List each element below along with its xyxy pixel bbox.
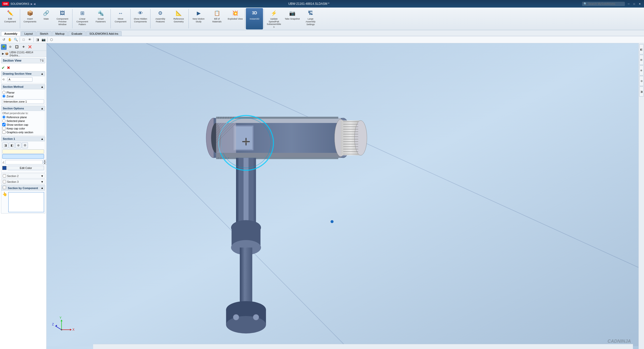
pan-view-btn[interactable]: ✋	[7, 37, 13, 42]
edit-color-button[interactable]: Edit Color	[8, 166, 44, 170]
section-view-btn[interactable]: ◨	[35, 37, 40, 42]
rp-btn-4[interactable]: ⚙	[639, 76, 644, 86]
component-listbox[interactable]	[8, 192, 44, 212]
graphics-only-checkbox[interactable]	[2, 130, 6, 134]
tab-layout[interactable]: Layout	[21, 31, 36, 36]
display-style-btn[interactable]: □	[21, 37, 26, 42]
section-view-title-bar: Section View ? ℹ	[1, 58, 45, 63]
s1-front-btn[interactable]: ◨	[2, 142, 8, 148]
tab-markup[interactable]: Markup	[52, 31, 68, 36]
instant3d-tool[interactable]: 3D Instant3D	[246, 8, 263, 29]
close-button[interactable]: ✕	[637, 2, 642, 6]
component-preview-window-tool[interactable]: 🖼 Component Preview Window	[53, 8, 71, 29]
assembly-features-tool[interactable]: ⚙ Assembly Features	[151, 8, 169, 29]
rp-btn-3[interactable]: ⊕	[639, 65, 644, 75]
face-selection-input[interactable]: Face<1>@UBW-21161-4882	[2, 149, 44, 154]
reference-plane-label[interactable]: Reference plane	[7, 116, 27, 119]
minimize-button[interactable]: ─	[626, 2, 631, 6]
take-snapshot-tool[interactable]: 📷 Take Snapshot	[283, 8, 301, 29]
keep-cap-color-label[interactable]: Keep cap color	[7, 127, 25, 130]
selected-plane-label[interactable]: Selected plane	[7, 119, 25, 122]
section-view-help-icon[interactable]: ?	[40, 59, 42, 62]
show-section-cap-checkbox[interactable]	[2, 123, 6, 126]
section1-header[interactable]: Section 1 ▲	[1, 136, 45, 141]
exploded-view-tool[interactable]: 💥 Exploded View	[226, 8, 244, 29]
tab-sketch[interactable]: Sketch	[36, 31, 52, 36]
show-hidden-components-tool[interactable]: 👁 Show Hidden Components	[131, 8, 149, 29]
s1-right-btn[interactable]: ⊕	[15, 142, 21, 148]
insert-components-tool[interactable]: 📦 Insert Components	[21, 8, 39, 29]
zonal-radio[interactable]	[2, 95, 6, 98]
large-assembly-settings-tool[interactable]: 🏗 Large Assembly Settings	[301, 8, 320, 29]
intersection-zone-input[interactable]	[2, 99, 44, 104]
section-by-component-group: Section by Component ▲ 👆	[1, 185, 45, 213]
restore-button[interactable]: □	[632, 2, 636, 6]
section3-row[interactable]: Section 3 ▼	[1, 179, 45, 184]
update-speedpak-tool[interactable]: ⚡ Update SpeedPak Subassemblies	[265, 8, 283, 29]
angle-input[interactable]: 65.42563482deg	[5, 160, 43, 164]
new-motion-study-tool[interactable]: ▶ New Motion Study	[190, 8, 208, 29]
plus-btn[interactable]: ✚	[21, 44, 26, 50]
collapse-s1-icon: ▲	[41, 137, 44, 140]
mate-tool[interactable]: 🔗 Mate	[39, 8, 53, 29]
drawing-section-view-group: Drawing Section View ▲ ⟲	[1, 71, 45, 83]
collapse-sbc-icon: ▲	[41, 186, 44, 189]
section-by-component-content: 👆	[1, 191, 45, 213]
hide-show-btn[interactable]: 👁	[27, 37, 32, 42]
section-options-header[interactable]: Section Options ▲	[1, 106, 45, 111]
feature-manager-btn[interactable]: 🌳	[1, 44, 7, 50]
section-by-component-header[interactable]: Section by Component ▲	[1, 185, 45, 191]
zoom-btn[interactable]: 🔍	[13, 37, 19, 42]
smart-fasteners-label: Smart Fasteners	[93, 18, 108, 23]
instant3d-icon: 3D	[250, 9, 258, 17]
section-method-header[interactable]: Section Method ▲	[1, 84, 45, 89]
dsv-input-row: ⟲	[2, 77, 44, 82]
smart-fasteners-tool[interactable]: 🔩 Smart Fasteners	[92, 8, 110, 29]
keep-cap-color-checkbox[interactable]	[2, 127, 6, 130]
camera-btn[interactable]: 📷	[41, 37, 46, 42]
s1-top-btn[interactable]: ◧	[9, 142, 15, 148]
s1-settings-btn[interactable]: ⚙	[22, 142, 28, 148]
angle-up-btn[interactable]: ▲	[43, 160, 46, 162]
drawing-section-name-input[interactable]	[7, 77, 32, 82]
tab-solidworks-add-ins[interactable]: SOLIDWORKS Add-Ins	[86, 31, 122, 36]
angle-down-btn[interactable]: ▼	[43, 162, 46, 165]
selected-plane-radio[interactable]	[2, 119, 6, 122]
3d-viewport[interactable]: X Y Z CADNINJA	[47, 43, 638, 349]
edit-component-tool[interactable]: ✏️ Edit Component	[1, 8, 19, 29]
reject-button[interactable]: ✖	[6, 65, 11, 71]
section3-checkbox[interactable]	[3, 180, 6, 183]
configuration-btn[interactable]: 🔲	[14, 44, 20, 50]
drawing-section-view-header[interactable]: Drawing Section View ▲	[1, 71, 45, 76]
zonal-label[interactable]: Zonal	[7, 95, 14, 98]
section2-checkbox[interactable]	[3, 174, 6, 178]
section-view-info-icon[interactable]: ℹ	[42, 59, 44, 62]
move-component-tool[interactable]: ↔ Move Component	[111, 8, 130, 29]
angle-row: ∠ 65.42563482deg ▲ ▼	[2, 160, 44, 165]
rp-btn-2[interactable]: ⊞	[639, 55, 644, 65]
reference-plane-radio[interactable]	[2, 115, 6, 119]
view-selector-btn[interactable]: ⬡	[49, 37, 54, 42]
planar-radio[interactable]	[2, 91, 6, 94]
close-panel-btn[interactable]: ❌	[27, 44, 33, 50]
tab-evaluate[interactable]: Evaluate	[68, 31, 86, 36]
reference-geometry-tool[interactable]: 📐 Reference Geometry	[170, 8, 188, 29]
tab-assembly[interactable]: Assembly	[1, 31, 21, 36]
bill-of-materials-tool[interactable]: 📋 Bill of Materials	[208, 8, 226, 29]
section2-row[interactable]: Section 2 ▼	[1, 173, 45, 179]
svg-point-55	[253, 314, 259, 320]
search-input[interactable]	[588, 2, 623, 5]
planar-label[interactable]: Planar	[7, 91, 15, 94]
insert-components-label: Insert Components	[22, 18, 37, 23]
property-manager-btn[interactable]: ⚙	[8, 44, 13, 50]
mate-icon: 🔗	[42, 9, 50, 17]
rp-btn-5[interactable]: ◨	[639, 86, 644, 97]
show-section-cap-label[interactable]: Show section cap	[7, 123, 28, 126]
linear-component-pattern-tool[interactable]: ⊞ Linear Component Pattern	[73, 8, 91, 29]
graphics-only-label[interactable]: Graphics-only section	[7, 131, 33, 134]
section-by-component-checkbox[interactable]	[3, 186, 6, 189]
rotate-view-btn[interactable]: ↺	[1, 37, 7, 42]
accept-button[interactable]: ✔	[1, 65, 5, 71]
rp-btn-1[interactable]: ◧	[639, 44, 644, 54]
point-selection-input[interactable]: Point1@Origin	[2, 154, 44, 159]
